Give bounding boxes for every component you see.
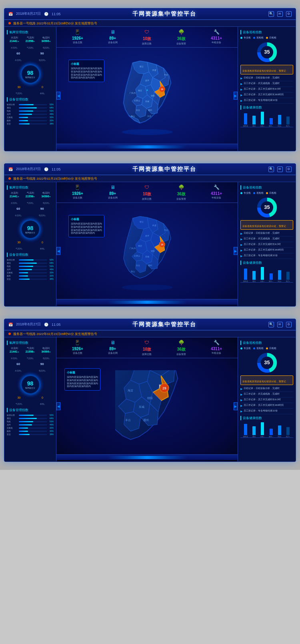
calendar-icon-2: 📅: [8, 167, 13, 171]
right-panel-3: 设备巡检指数 专业检 巡检检 日检检 35 设备巡检发现设: [238, 337, 296, 461]
notif-item-4: ▶ 员工作记录：员工作完成时长360时间: [240, 92, 293, 98]
small-stat-1: 30 气流利₃: [16, 86, 22, 96]
nav-right-arrow-3[interactable]: ▶: [234, 402, 238, 410]
stat-water2: 60 水流利₂: [7, 52, 30, 62]
svg-text:东城: 东城: [139, 405, 144, 408]
nav-left-arrow-3[interactable]: ◀: [56, 402, 60, 410]
svg-text:通州: 通州: [143, 419, 149, 421]
left-panel: 氯网管理指数 水流利 21441₊ 水流利₁ 气流利 21558₊ 气流利₂ 电…: [4, 27, 56, 151]
svg-text:朝阳: 朝阳: [150, 250, 154, 252]
svg-text:门头沟: 门头沟: [130, 247, 136, 249]
alert-bar-3: 服务器一号线路 2022年02月23日09时50分 发生地图警告号: [4, 330, 296, 337]
alert-text-3: 服务器一号线路 2022年02月23日09时50分 发生地图警告号: [13, 332, 97, 336]
message-icon-2[interactable]: ✉: [277, 167, 283, 172]
settings-icon-2[interactable]: ⚙: [286, 167, 292, 172]
gauge-circle: 98 氯网融合分: [20, 64, 40, 84]
nav-left-arrow-2[interactable]: ◀: [56, 247, 60, 255]
wrench-icon: 🔧: [213, 28, 220, 36]
map-tooltip-2: 小标题 深圳内容深深内容深内容深内容深内容深深内容深内容深内容深内容深深内容深内…: [68, 215, 104, 237]
gauge-label: 氯网融合分: [25, 76, 35, 78]
svg-text:丰台: 丰台: [136, 109, 140, 111]
right-section2-title: 设备健康指数: [240, 105, 293, 110]
nav-left-arrow[interactable]: ◀: [56, 92, 60, 100]
dashboard-panel-1: 📅 2018年8月27日 🕐 11:05 千网资源集中管控平台 🔍 ✉ ⚙ 服务…: [4, 8, 296, 151]
panel-body-3: 氯网管理指数 水流利 21441₊ 水流利₁ 气流利 21558₊ 气流利₂ 电…: [4, 337, 296, 461]
svg-text:昌平: 昌平: [145, 80, 149, 82]
left-section1-title: 氯网管理指数: [7, 30, 54, 34]
right-panel: 设备巡检指数 专业检 巡检检 日检检: [238, 27, 296, 151]
notif-item-5: ▶ 员工技记录：专业考核结束32份: [240, 98, 293, 104]
dashboard-panel-2: 📅 2018年8月27日 🕐 11:05 千网资源集中管控平台 🔍 ✉ ⚙ 服务…: [4, 163, 296, 307]
notif-item-1: ▶ 日程记录：日程设备分析，完成时: [240, 76, 293, 81]
legend-dot-daily: [266, 37, 268, 39]
svg-text:门头沟: 门头沟: [130, 92, 136, 94]
legend-row: 专业检 巡检检 日检检: [240, 36, 293, 40]
panel-header-2: 📅 2018年8月27日 🕐 11:05 千网资源集中管控平台 🔍 ✉ ⚙: [4, 164, 296, 175]
notif-item-3: ▶ 员工作记录：员工作完成时长6小时: [240, 87, 293, 92]
svg-text:通州: 通州: [148, 109, 152, 111]
legend-patrol: 巡检检: [253, 36, 264, 40]
settings-icon[interactable]: ⚙: [286, 11, 292, 17]
nav-right-arrow-2[interactable]: ▶: [234, 247, 238, 255]
search-icon-3[interactable]: 🔍: [268, 322, 274, 327]
app-title-2: 千网资源集中管控平台: [132, 166, 196, 173]
stat-total-devices: 📱 1926+ 设备总数: [72, 28, 83, 46]
clock-icon: 🕐: [44, 12, 48, 16]
stat-electric: 电流利 34566₊ 电流利₃: [38, 36, 54, 50]
svg-text:大兴: 大兴: [147, 115, 151, 117]
center-top-stats: 📱 1926+ 设备总数 🖥 89+ 设备在网 🛡 10故 故障总数: [56, 27, 238, 48]
clock-icon-2: 🕐: [44, 167, 48, 171]
gauge-area: 98 氯网融合分: [7, 64, 54, 84]
alert-dot-2: [8, 177, 11, 180]
health-bar-security: 安全+: [276, 115, 283, 127]
health-bar-comm: 通信: [250, 116, 258, 127]
platform-base: [56, 144, 238, 149]
legend-professional: 专业检: [240, 36, 251, 40]
svg-text:海淀: 海淀: [138, 245, 142, 247]
bar-row-6: 服务 32%: [7, 119, 54, 122]
region-map-3: 顺义 海淀 朝阳 东城 丰台 通州 29: [115, 370, 179, 442]
region-map-2: 密云 怀柔 平谷 昌平 顺义 海淀 朝阳 石景山 东城 丰台 通州 房山 门头沟: [107, 211, 187, 291]
health-chart: 服务器 通信 设备+ 服务+: [240, 111, 293, 127]
svg-text:石景山: 石景山: [134, 99, 140, 102]
svg-text:海淀: 海淀: [138, 89, 142, 92]
search-icon-2[interactable]: 🔍: [268, 167, 274, 172]
map-tooltip: 小标题 深圳内容深深内容深内容深内容深内容深深内容深内容深内容深内容深深内容深内…: [68, 60, 104, 82]
settings-icon-3[interactable]: ⚙: [286, 322, 292, 327]
calendar-icon-3: 📅: [8, 323, 13, 327]
svg-text:密云: 密云: [140, 221, 144, 223]
map-container: ◀ ▶: [56, 48, 238, 144]
monitor-icon: 🖥: [109, 28, 116, 36]
bar-row-5: 交换机 32%: [7, 116, 54, 118]
svg-text:29: 29: [161, 88, 163, 90]
svg-point-18: [122, 129, 172, 135]
search-icon[interactable]: 🔍: [268, 11, 274, 17]
donut-chart: 35: [256, 41, 278, 63]
alert-dot: [8, 22, 11, 24]
header-datetime-2: 📅 2018年8月27日 🕐 11:05: [8, 167, 61, 172]
alert-bar: 服务器一号线路 2022年02月23日09时50分 发生地图警告号: [4, 20, 296, 27]
panel-header-3: 📅 2018年8月27日 🕐 11:05 千网资源集中管控平台 🔍 ✉ ⚙: [4, 319, 296, 330]
panel-header: 📅 2018年8月27日 🕐 11:05 千网资源集中管控平台 🔍 ✉ ⚙: [4, 8, 296, 20]
main-stats-row: 水流利 21441₊ 水流利₁ 气流利 21558₊ 气流利₂ 电流利 3456…: [7, 36, 54, 50]
message-icon[interactable]: ✉: [277, 11, 283, 17]
message-icon-3[interactable]: ✉: [277, 322, 283, 327]
svg-text:通州: 通州: [148, 264, 152, 267]
map-tooltip-3: 小标题 深圳内容深深内容深内容深内容深内容深深内容深内容深内容深内容深深内容深内…: [64, 368, 100, 391]
nav-right-arrow[interactable]: ▶: [234, 92, 238, 100]
clock-icon-3: 🕐: [44, 323, 48, 327]
svg-text:朝阳: 朝阳: [150, 94, 154, 97]
header-controls-3: 🔍 ✉ ⚙: [268, 322, 292, 327]
bar-row-7: 安全 38%: [7, 122, 54, 125]
header-datetime-3: 📅 2018年8月27日 🕐 11:05: [8, 322, 61, 327]
health-bar-power: 电力+: [284, 116, 292, 127]
center-panel-3: 📱 1926+ 设备总数 🖥 89+ 设备在网 🛡 10故 故障总数: [56, 337, 238, 461]
donut-chart-area: 35: [240, 41, 293, 63]
bar-row-1: 标准分类 52%: [7, 103, 54, 106]
health-bar-server: 服务器: [242, 113, 249, 127]
dashboard-panel-3: 📅 2018年8月27日 🕐 11:05 千网资源集中管控平台 🔍 ✉ ⚙ 服务…: [4, 319, 296, 462]
stat-electric2: 90 电流利₄: [31, 52, 54, 62]
alert-text-2: 服务器一号线路 2022年02月23日09时50分 发生地图警告号: [13, 177, 97, 181]
gauge-value: 98: [27, 70, 34, 76]
notif-item-2: ▶ 日工作记录：共完成线路，完成时: [240, 81, 293, 87]
